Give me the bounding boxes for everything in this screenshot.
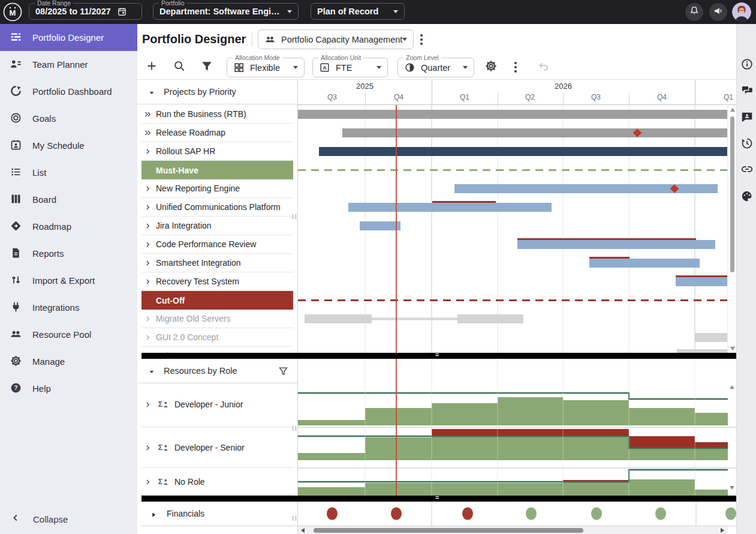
announcements-button[interactable]	[709, 3, 727, 21]
resources-section-header[interactable]: Resources by Role	[137, 359, 298, 383]
panel-resize-handle[interactable]	[293, 426, 296, 431]
scroll-down-icon[interactable]	[730, 347, 735, 350]
financials-status-row[interactable]	[298, 502, 736, 526]
panel-resize-handle[interactable]	[293, 516, 296, 521]
sidebar-item-team-planner[interactable]: Team Planner	[0, 51, 137, 78]
gantt-chart[interactable]	[298, 105, 736, 353]
contact-card-icon[interactable]	[740, 110, 754, 124]
info-icon[interactable]	[740, 58, 754, 71]
triangle-down-icon[interactable]	[148, 367, 155, 374]
chevron-right-icon[interactable]	[144, 333, 152, 341]
link-icon[interactable]	[740, 163, 754, 176]
splitter-handle[interactable]: =	[435, 494, 439, 501]
priority-group-row-must-have[interactable]: Must-Have	[141, 161, 293, 179]
project-row-code-performance-review[interactable]: Code Performance Review	[141, 235, 293, 254]
notifications-button[interactable]	[685, 3, 703, 21]
date-range-field[interactable]: Date Range 08/2025 to 11/2027	[29, 3, 142, 20]
scroll-up-icon[interactable]	[730, 385, 734, 389]
projects-section-header[interactable]: Projects by Priority	[137, 80, 298, 104]
plan-selector[interactable]: Plan of Record	[311, 3, 405, 20]
horizontal-splitter[interactable]: =	[141, 353, 736, 359]
horizontal-scrollbar[interactable]	[298, 526, 727, 534]
triangle-right-icon[interactable]	[150, 510, 157, 517]
double-chevron-right-icon[interactable]	[144, 110, 152, 118]
sidebar-item-integrations[interactable]: Integrations	[0, 294, 137, 321]
settings-button[interactable]	[484, 59, 500, 75]
panel-resize-handle[interactable]	[293, 214, 296, 219]
project-row-recovery-test-system[interactable]: Recovery Test System	[141, 272, 293, 291]
view-more-menu[interactable]	[420, 34, 423, 45]
scrollbar-thumb[interactable]	[730, 116, 734, 272]
sidebar-item-goals[interactable]: Goals	[0, 105, 137, 132]
scroll-left-icon[interactable]	[301, 528, 305, 533]
gantt-vertical-scrollbar[interactable]	[727, 106, 736, 353]
resources-histogram[interactable]	[298, 359, 736, 496]
project-row-new-reporting-engine[interactable]: New Reporting Engine	[141, 179, 293, 198]
resources-filter-icon[interactable]	[278, 366, 288, 376]
sidebar-item-import-export[interactable]: Import & Export	[0, 267, 137, 294]
horizontal-splitter[interactable]: =	[141, 496, 736, 502]
sidebar-item-resource-pool[interactable]: Resource Pool	[0, 321, 137, 348]
chevron-right-icon[interactable]	[144, 147, 152, 155]
palette-icon[interactable]	[740, 190, 754, 203]
zoom-level-select[interactable]: Zoom Level Quarter	[397, 58, 474, 77]
project-row-migrate-old-servers[interactable]: Migrate Old Servers	[141, 310, 293, 328]
history-icon[interactable]	[740, 137, 754, 150]
project-row-run-the-business-rtb[interactable]: Run the Business (RTB)	[141, 105, 293, 124]
chevron-right-icon[interactable]	[144, 314, 152, 323]
scroll-down-icon[interactable]	[730, 486, 734, 490]
project-row-release-4-2[interactable]: Release 4.2	[141, 347, 293, 353]
user-avatar[interactable]	[732, 2, 751, 22]
meisterplan-logo-icon[interactable]: M	[3, 2, 22, 22]
chevron-right-icon[interactable]	[144, 184, 152, 193]
project-row-smartsheet-integration[interactable]: Smartsheet Integration	[141, 254, 293, 272]
sidebar-item-list[interactable]: List	[0, 159, 137, 186]
chevron-right-icon[interactable]	[144, 203, 152, 211]
chevron-right-icon[interactable]	[144, 259, 152, 267]
project-row-rollout-sap-hr[interactable]: Rollout SAP HR	[141, 142, 293, 161]
sidebar-item-manage[interactable]: Manage	[0, 348, 137, 375]
search-button[interactable]	[173, 59, 188, 75]
allocation-unit-select[interactable]: Allocation Unit A FTE	[312, 58, 388, 77]
project-row-unified-communications-platform[interactable]: Unified Communications Platform	[141, 198, 293, 217]
sidebar-item-portfolio-dashboard[interactable]: Portfolio Dashboard	[0, 78, 137, 105]
comments-icon[interactable]	[740, 84, 754, 97]
scrollbar-thumb[interactable]	[314, 528, 583, 533]
filter-button[interactable]	[200, 59, 216, 75]
priority-group-row-cut-off[interactable]: Cut-Off	[141, 291, 293, 310]
double-chevron-right-icon[interactable]	[144, 128, 152, 137]
add-project-button[interactable]	[145, 59, 161, 75]
project-row-jira-integration[interactable]: Jira Integration	[141, 217, 293, 235]
sidebar-item-board[interactable]: Board	[0, 186, 137, 213]
chevron-right-icon[interactable]	[144, 400, 152, 409]
splitter-handle[interactable]: =	[435, 351, 439, 358]
project-row-release-roadmap[interactable]: Release Roadmap	[141, 124, 293, 142]
sidebar-item-portfolio-designer[interactable]: Portfolio Designer	[0, 24, 137, 51]
sidebar-item-help[interactable]: ?Help	[0, 375, 137, 402]
sidebar-collapse-button[interactable]: Collapse	[0, 508, 137, 530]
project-row-gui-2-0-concept[interactable]: GUI 2.0 Concept	[141, 328, 293, 347]
resource-row-developer-senior[interactable]: ΣDeveloper - Senior	[141, 427, 293, 468]
chevron-right-icon[interactable]	[144, 478, 152, 486]
undo-button[interactable]	[537, 59, 553, 75]
chevron-right-icon[interactable]	[144, 221, 152, 230]
allocation-mode-select[interactable]: Allocation Mode Flexible	[227, 58, 305, 77]
chevron-right-icon[interactable]	[144, 277, 152, 286]
view-selector[interactable]: Portfolio Capacity Management	[258, 29, 414, 49]
portfolio-label: Portfolio	[159, 0, 187, 7]
resource-row-no-role[interactable]: ΣNo Role	[141, 468, 293, 496]
sidebar-item-roadmap[interactable]: Roadmap	[0, 213, 137, 240]
chevron-right-icon[interactable]	[144, 240, 152, 248]
calendar-icon[interactable]	[117, 7, 127, 17]
toolbar-more-menu[interactable]	[514, 62, 517, 73]
sidebar-item-my-schedule[interactable]: My Schedule	[0, 132, 137, 159]
triangle-down-icon[interactable]	[148, 88, 155, 95]
scroll-right-icon[interactable]	[721, 528, 724, 533]
chevron-right-icon[interactable]	[144, 443, 152, 452]
resource-row-developer-junior[interactable]: ΣDeveloper - Junior	[141, 382, 293, 427]
scroll-up-icon[interactable]	[730, 108, 735, 112]
portfolio-selector[interactable]: Portfolio Department: Software Engi…	[153, 3, 299, 20]
financials-section-header[interactable]: Financials	[137, 502, 298, 526]
sidebar-item-reports[interactable]: Reports	[0, 240, 137, 267]
resources-vertical-scrollbar[interactable]	[727, 359, 736, 496]
